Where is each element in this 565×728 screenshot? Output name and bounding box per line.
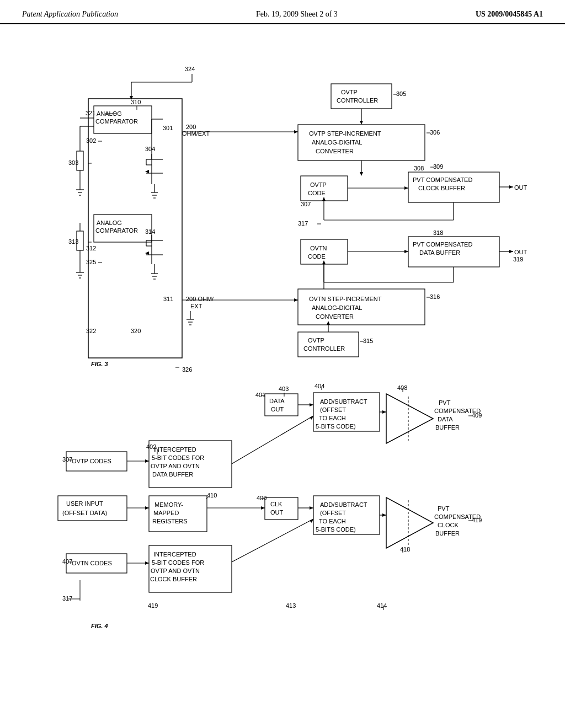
ref-308: 308 [414,165,424,172]
pvt-comp-clk-buf-label: PVT [438,505,450,512]
svg-marker-85 [294,298,298,302]
add-sub-bot-label1: ADD/SUBTRACT [320,501,367,508]
mem-map-reg-label2: MAPPED [153,510,179,516]
ref-318: 318 [433,229,443,236]
svg-marker-118 [145,506,149,510]
fig3-label: FIG. 3 [91,361,108,367]
ref-305: 305 [396,90,406,97]
svg-marker-73 [404,250,408,253]
out-1-label: OUT [514,184,527,191]
ovtn-step-inc-adc-label3: CONVERTER [316,313,354,320]
ref-321: 321 [86,110,95,116]
user-input-label: USER INPUT [66,500,103,507]
ref-303: 303 [68,159,78,166]
ref-319: 319 [513,256,523,263]
header-center: Feb. 19, 2009 Sheet 2 of 3 [256,10,338,19]
pvt-comp-data-label: PVT COMPENSATED [413,241,472,248]
svg-marker-23 [145,170,149,173]
svg-marker-107 [382,410,386,414]
svg-marker-98 [310,403,313,406]
diagram-content: 324 321 310 ANALOG COMPARATOR 302 303 30… [0,24,565,719]
svg-marker-140 [310,519,313,523]
pvt-comp-clk-buf-label4: BUFFER [435,530,460,537]
svg-marker-126 [261,506,265,510]
ovtp-step-inc-adc-label2: ANALOG-DIGITAL [312,139,362,146]
svg-marker-80 [322,260,326,264]
clk-out-label: CLK [270,501,282,507]
svg-rect-49 [331,84,392,109]
ref-409: 409 [472,412,482,419]
ref-200ohm-ext2: OHM/EXT [182,130,210,137]
out-2-label: OUT [514,249,527,255]
pvt-comp-data-label2: DATA BUFFER [419,249,460,256]
header-left: Patent Application Publication [22,10,118,19]
analog-comp-2-label2: COMPARATOR [95,227,138,234]
clk-out-label2: OUT [270,509,284,516]
svg-marker-137 [145,561,149,565]
ref-307: 307 [301,201,311,207]
add-sub-top-label1: ADD/SUBTRACT [320,398,367,405]
pvt-comp-clk-label2: CLOCK BUFFER [418,185,465,191]
svg-line-114 [232,416,313,464]
add-sub-bot-label2: (OFFSET [320,510,346,516]
pvt-comp-data-buf-label: PVT [439,399,451,406]
pvt-comp-data-buf-label3: DATA [438,416,453,422]
ovtp-code-label2: CODE [308,190,326,196]
add-sub-bot-label4: 5-BITS CODE) [316,526,356,533]
intercepted-5bit-clk-2: 5-BIT CODES FOR [152,559,204,566]
intercepted-5bit-top-2: 5-BIT CODES FOR [152,454,204,461]
svg-rect-95 [265,394,298,416]
ovtn-codes-label: OVTN CODES [72,560,112,566]
svg-rect-116 [58,496,127,521]
ovtn-code-label2: CODE [308,253,326,260]
pvt-comp-clk-label: PVT COMPENSATED [413,176,472,183]
svg-marker-69 [322,197,326,201]
intercepted-5bit-top-3: OVTP AND OVTN [151,463,200,469]
ref-418: 418 [400,546,410,553]
intercepted-5bit-top-4: DATA BUFFER [152,471,193,478]
ref-413: 413 [286,602,296,609]
add-sub-bot-label3: TO EACH [319,518,346,524]
intercepted-5bit-top-1: INTERCEPTED [153,446,196,453]
ref-414: 414 [377,602,387,609]
ref-403: 403 [279,386,289,392]
ref-304: 304 [145,146,155,152]
data-out-label: DATA [269,398,285,404]
ref-322: 322 [86,328,96,334]
analog-comp-1-label: ANALOG [97,110,122,117]
intercepted-5bit-clk-3: OVTP AND OVTN [151,568,200,574]
ovtp-controller-bot-label2: CONTROLLER [303,345,345,352]
svg-marker-65 [509,185,513,189]
svg-rect-71 [301,239,348,264]
ovtp-controller-label2: CONTROLLER [337,97,378,104]
ovtn-step-inc-adc-label: OVTN STEP-INCREMENT [309,296,382,302]
svg-marker-128 [386,497,433,548]
ref-311: 311 [163,296,173,302]
user-input-label2: (OFFSET DATA) [62,510,107,516]
patent-diagram: 324 321 310 ANALOG COMPARATOR 302 303 30… [0,24,565,719]
ref-200ohm-ext: 200 [186,124,196,130]
header-right: US 2009/0045845 A1 [476,10,543,19]
svg-marker-131 [382,513,386,517]
ovtp-controller-bot-label: OVTP [308,337,324,344]
ovtp-codes-label: OVTP CODES [72,458,111,464]
add-sub-top-label3: TO EACH [319,415,346,421]
svg-marker-93 [327,321,330,325]
ref-315: 315 [363,338,373,344]
ref-419-right: 419 [472,517,482,523]
analog-comp-2-label: ANALOG [97,220,122,226]
ref-314: 314 [145,228,155,235]
page-header: Patent Application Publication Feb. 19, … [0,0,565,24]
intercepted-5bit-clk-1: INTERCEPTED [153,551,196,558]
svg-marker-102 [386,394,433,443]
ref-401: 401 [255,392,265,398]
ovtp-controller-label: OVTP [341,89,358,95]
fig4-label: FIG. 4 [91,623,108,629]
ref-404: 404 [315,383,324,389]
ref-324: 324 [185,66,195,72]
svg-marker-44 [145,251,149,255]
svg-marker-52 [360,121,363,125]
ref-317: 317 [298,220,308,227]
add-sub-top-label4: 5-BITS CODE) [316,423,356,430]
ref-326: 326 [182,366,192,373]
